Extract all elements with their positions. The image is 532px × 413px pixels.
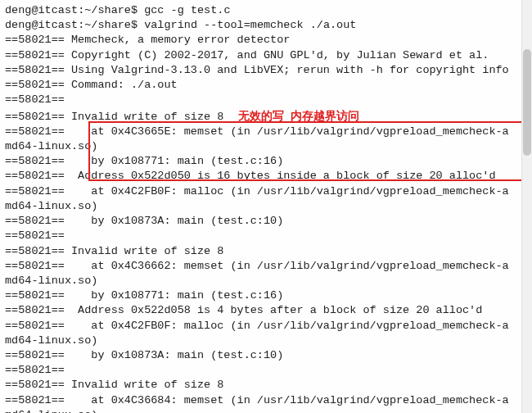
valgrind-frame: ==58021== by 0x10873A: main (test.c:10) <box>5 348 530 363</box>
valgrind-blank: ==58021== <box>5 229 530 243</box>
valgrind-frame-wrap: md64-linux.so) <box>5 199 530 214</box>
user-host: deng@itcast <box>5 19 78 31</box>
valgrind-header: ==58021== Memcheck, a memory error detec… <box>5 33 530 48</box>
valgrind-frame: ==58021== at 0x4C2FB0F: malloc (in /usr/… <box>5 319 530 334</box>
valgrind-frame: ==58021== at 0x4C3665E: memset (in /usr/… <box>5 125 530 139</box>
shell-prompt-line: deng@itcast:~/share$ gcc -g test.c <box>5 3 530 18</box>
valgrind-frame-wrap: md64-linux.so) <box>5 139 530 154</box>
scroll-thumb[interactable] <box>523 49 531 156</box>
cwd: ~/share <box>84 19 131 31</box>
valgrind-header: ==58021== Copyright (C) 2002-2017, and G… <box>5 48 530 63</box>
user-host: deng@itcast <box>5 4 78 16</box>
valgrind-blank: ==58021== <box>5 93 530 107</box>
valgrind-error-title: ==58021== Invalid write of size 8 <box>5 244 530 259</box>
valgrind-address: ==58021== Address 0x522d058 is 4 bytes a… <box>5 303 530 318</box>
valgrind-error-title: ==58021== Invalid write of size 8 <box>5 378 530 393</box>
valgrind-frame: ==58021== at 0x4C36684: memset (in /usr/… <box>5 393 530 408</box>
prompt-sep: $ <box>131 4 138 16</box>
annotation-invalid-write: 无效的写 内存越界访问 <box>238 109 359 122</box>
valgrind-header: ==58021== Command: ./a.out <box>5 78 530 93</box>
terminal-output: deng@itcast:~/share$ gcc -g test.c deng@… <box>0 0 532 413</box>
valgrind-frame-wrap: md64-linux.so) <box>5 334 530 348</box>
valgrind-frame: ==58021== by 0x108771: main (test.c:16) <box>5 154 530 169</box>
shell-prompt-line: deng@itcast:~/share$ valgrind --tool=mem… <box>5 18 530 33</box>
prompt-sep: $ <box>131 19 138 31</box>
valgrind-address: ==58021== Address 0x522d050 is 16 bytes … <box>5 169 530 184</box>
cwd: ~/share <box>84 4 131 16</box>
valgrind-header: ==58021== Using Valgrind-3.13.0 and LibV… <box>5 63 530 78</box>
valgrind-frame-wrap: md64-linux.so) <box>5 408 530 413</box>
valgrind-frame-wrap: md64-linux.so) <box>5 274 530 288</box>
valgrind-blank: ==58021== <box>5 363 530 378</box>
scrollbar-vertical[interactable] <box>521 0 532 413</box>
valgrind-frame: ==58021== at 0x4C36662: memset (in /usr/… <box>5 259 530 274</box>
command-valgrind: valgrind --tool=memcheck ./a.out <box>144 19 356 31</box>
command-gcc: gcc -g test.c <box>144 4 230 16</box>
valgrind-frame: ==58021== by 0x10873A: main (test.c:10) <box>5 214 530 229</box>
valgrind-error-title: ==58021== Invalid write of size 8无效的写 内存… <box>5 108 530 125</box>
valgrind-frame: ==58021== by 0x108771: main (test.c:16) <box>5 288 530 303</box>
valgrind-frame: ==58021== at 0x4C2FB0F: malloc (in /usr/… <box>5 184 530 199</box>
